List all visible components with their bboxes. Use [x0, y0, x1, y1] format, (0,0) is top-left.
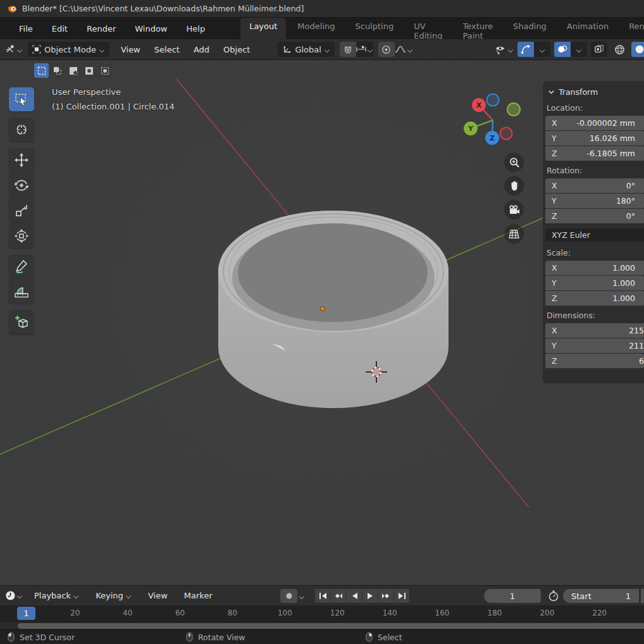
gizmos-toggle[interactable] — [517, 42, 534, 57]
play-button[interactable] — [362, 589, 378, 603]
xray-toggle[interactable] — [591, 42, 607, 57]
start-frame-field[interactable]: Start 1 — [563, 589, 639, 603]
auto-keying-toggle[interactable] — [280, 589, 297, 603]
timeline-scrollbar[interactable] — [0, 622, 644, 629]
timeline-header: Playback Keying View Marker — [0, 585, 644, 605]
rotate-tool[interactable] — [9, 173, 34, 197]
menu-file[interactable]: File — [11, 22, 40, 36]
rotate-tool-icon — [14, 178, 29, 193]
panel-header[interactable]: Transform — [543, 86, 644, 103]
select-box-tool[interactable] — [9, 87, 34, 111]
location-y-field[interactable]: Y16.026 mm — [545, 131, 644, 146]
move-tool[interactable] — [9, 148, 34, 172]
select-extend-button[interactable] — [50, 63, 65, 78]
rotation-x-field[interactable]: X0° — [545, 178, 644, 193]
snap-target-dropdown[interactable] — [356, 42, 373, 57]
current-frame-field[interactable]: 1 — [484, 589, 541, 603]
chevron-down-icon — [99, 47, 105, 53]
dimensions-y-field[interactable]: Y211 — [545, 338, 644, 353]
play-reverse-button[interactable] — [347, 589, 362, 603]
timeline-ruler[interactable]: 1 20406080100120140160180200220 — [0, 605, 644, 622]
menu-keying[interactable]: Keying — [88, 588, 139, 603]
playhead-frame-badge[interactable]: 1 — [17, 607, 35, 620]
axis-x-negative[interactable] — [500, 128, 512, 140]
menu-timeline-view[interactable]: View — [140, 588, 175, 603]
wireframe-shading-button[interactable] — [611, 42, 628, 57]
transform-orientation-dropdown[interactable]: Global — [278, 42, 334, 57]
overlays-toggle[interactable] — [554, 42, 571, 57]
play-reverse-icon — [351, 592, 358, 600]
menu-add[interactable]: Add — [187, 43, 216, 56]
jump-to-start-button[interactable] — [315, 589, 330, 603]
menu-window[interactable]: Window — [127, 22, 175, 36]
dimensions-x-field[interactable]: X215 — [545, 323, 644, 338]
menu-edit[interactable]: Edit — [44, 22, 75, 36]
axis-z-negative[interactable] — [487, 94, 499, 106]
annotate-tool[interactable] — [9, 254, 34, 278]
measure-tool[interactable] — [9, 280, 34, 304]
scale-y-field[interactable]: Y1.000 — [545, 276, 644, 290]
menu-help[interactable]: Help — [179, 22, 213, 36]
menu-playback[interactable]: Playback — [27, 588, 87, 603]
select-invert-button[interactable] — [82, 63, 96, 78]
end-frame-field[interactable] — [641, 589, 644, 603]
rotation-y-field[interactable]: Y180° — [545, 194, 644, 208]
timeline-editor-type-button[interactable] — [5, 588, 23, 604]
pan-button[interactable] — [504, 176, 524, 195]
transform-tool[interactable] — [9, 224, 34, 248]
location-z-field[interactable]: Z-6.1805 mm — [545, 146, 644, 161]
visibility-dropdown[interactable] — [495, 42, 514, 57]
camera-view-button[interactable] — [504, 200, 524, 220]
menu-object[interactable]: Object — [217, 43, 256, 56]
orthographic-toggle-button[interactable] — [504, 224, 524, 244]
proportional-falloff-dropdown[interactable] — [395, 42, 413, 57]
proportional-edit-toggle[interactable] — [378, 42, 395, 57]
scale-z-field[interactable]: Z1.000 — [545, 291, 644, 306]
menu-marker[interactable]: Marker — [176, 588, 220, 603]
zoom-icon — [509, 157, 520, 168]
jump-to-end-button[interactable] — [394, 589, 409, 603]
snap-toggle-button[interactable] — [340, 42, 356, 57]
scrollbar-handle[interactable] — [18, 623, 644, 629]
location-x-field[interactable]: X-0.000002 mm — [545, 116, 644, 130]
ruler-tick: 200 — [540, 609, 554, 617]
overlays-dropdown[interactable] — [571, 42, 587, 57]
axis-z-ball[interactable]: Z — [485, 131, 499, 145]
dimensions-z-field[interactable]: Z6 — [545, 354, 644, 368]
wireframe-shading-icon — [614, 44, 625, 55]
scale-tool[interactable] — [9, 199, 34, 223]
status-label: Rotate View — [198, 633, 245, 642]
menu-render[interactable]: Render — [79, 22, 123, 36]
chevron-down-icon[interactable] — [299, 593, 305, 599]
gizmos-dropdown[interactable] — [534, 42, 550, 57]
stopwatch-icon — [548, 590, 559, 602]
solid-shading-button[interactable] — [631, 42, 644, 57]
add-cube-tool-icon — [14, 314, 29, 330]
zoom-button[interactable] — [504, 152, 524, 172]
next-keyframe-button[interactable] — [378, 589, 393, 603]
chevron-down-icon — [407, 47, 413, 53]
axis-y-negative[interactable] — [507, 103, 520, 116]
editor-type-button[interactable] — [5, 42, 23, 57]
axis-y-ball[interactable]: Y — [464, 121, 478, 135]
select-set-button[interactable] — [34, 63, 49, 78]
axis-x-ball[interactable]: X — [472, 98, 486, 112]
rotation-mode-dropdown[interactable]: XYZ Euler — [545, 228, 644, 242]
mesh-object-circle-014[interactable] — [218, 211, 449, 408]
timeline-editor-type-icon — [5, 590, 16, 601]
pan-hand-icon — [509, 180, 520, 192]
select-intersect-button[interactable] — [97, 63, 112, 78]
rotation-z-field[interactable]: Z0° — [545, 209, 644, 223]
3d-viewport[interactable]: User Perspective (1) Collection.001 | Ci… — [0, 60, 644, 585]
select-subtract-button[interactable] — [66, 63, 80, 78]
menu-select[interactable]: Select — [148, 43, 186, 56]
menu-view[interactable]: View — [115, 43, 147, 56]
mode-dropdown[interactable]: Object Mode — [28, 42, 109, 57]
scale-x-field[interactable]: X1.000 — [545, 261, 644, 275]
prev-keyframe-button[interactable] — [331, 589, 346, 603]
main-menus: File Edit Render Window Help — [11, 22, 213, 36]
add-cube-tool[interactable] — [9, 310, 34, 334]
navigation-gizmo[interactable]: X Y Z — [458, 89, 529, 149]
cursor-tool[interactable] — [9, 118, 34, 142]
location-fields: X-0.000002 mm Y16.026 mm Z-6.1805 mm — [545, 116, 644, 161]
